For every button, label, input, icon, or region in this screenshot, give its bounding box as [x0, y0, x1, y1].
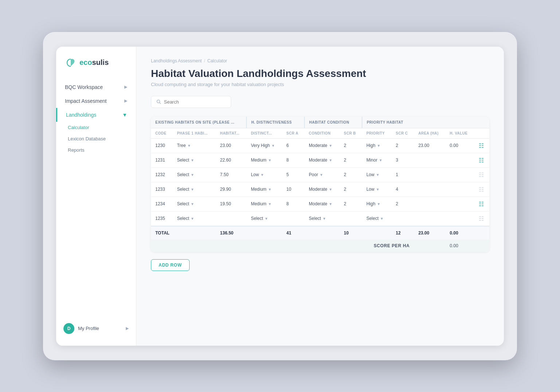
breadcrumb: Landholdings Assessment / Calculator	[151, 58, 489, 63]
total-area: 23.00	[414, 226, 445, 240]
sidebar-item-calculator[interactable]: Calculator	[56, 122, 136, 133]
cell-condition[interactable]: Moderate ▼	[304, 153, 339, 167]
cell-condition[interactable]: Moderate ▼	[304, 197, 339, 211]
score-label: SCORE PER HA	[151, 240, 414, 252]
breadcrumb-separator: /	[204, 58, 205, 63]
total-scr-c: 12	[392, 226, 414, 240]
cell-action[interactable]: ☷	[474, 153, 489, 167]
profile-area[interactable]: D My Profile ▶	[56, 319, 136, 338]
sidebar-item-impact-assessment[interactable]: Impact Assesment ▶	[56, 94, 136, 108]
cell-habitat: 19.50	[216, 197, 247, 211]
cell-priority[interactable]: Low ▼	[362, 182, 392, 197]
group-condition: HABITAT CONDITION	[304, 117, 362, 128]
cell-habitat	[216, 211, 247, 226]
cell-action[interactable]: ☷	[474, 138, 489, 153]
sidebar-item-lexicon-database[interactable]: Lexicon Database	[56, 133, 136, 144]
cell-distinct[interactable]: Medium ▼	[246, 182, 282, 197]
add-row-label: ADD ROW	[159, 263, 182, 268]
cell-condition[interactable]: Moderate ▼	[304, 138, 339, 153]
table-container: EXISTING HABITATS ON SITE (PLEASE ... H.…	[151, 117, 489, 252]
cell-h-value	[446, 197, 474, 211]
total-row: TOTAL 136.50 41 10 12 23.00 0.00	[151, 226, 489, 240]
table-row: 1234 Select ▼ 19.50 Medium ▼ 8 Moderate …	[151, 197, 489, 211]
cell-condition[interactable]: Select ▼	[304, 211, 339, 226]
col-priority: PRIORITY	[362, 128, 392, 138]
chevron-down-icon: ▼	[122, 112, 127, 118]
cell-scr-b: 2	[339, 138, 362, 153]
total-h-value: 0.00	[446, 226, 474, 240]
cell-phase1[interactable]: Select ▼	[172, 153, 215, 167]
cell-scr-a: 6	[282, 138, 304, 153]
cell-priority[interactable]: Low ▼	[362, 167, 392, 182]
logo-text: ecosulis	[79, 58, 109, 67]
cell-condition[interactable]: Moderate ▼	[304, 182, 339, 197]
cell-action[interactable]: ☷	[474, 211, 489, 226]
chevron-right-icon: ▶	[124, 98, 127, 103]
logo-icon	[65, 57, 77, 69]
col-area: AREA (ha)	[414, 128, 445, 138]
cell-habitat: 29.90	[216, 182, 247, 197]
group-priority: PRIORITY HABITAT	[362, 117, 414, 128]
total-scr-b: 10	[339, 226, 362, 240]
cell-action[interactable]: ☷	[474, 182, 489, 197]
sidebar: ecosulis BQC Workspace ▶ Impact Assesmen…	[56, 47, 136, 346]
cell-area: 23.00	[414, 138, 445, 153]
cell-h-value	[446, 211, 474, 226]
sub-header-row: CODE PHASE 1 HABI... HABITAT... DISTINCT…	[151, 128, 489, 138]
cell-distinct[interactable]: Low ▼	[246, 167, 282, 182]
row-action-icon[interactable]: ☷	[479, 157, 484, 163]
cell-scr-a	[282, 211, 304, 226]
cell-distinct[interactable]: Medium ▼	[246, 153, 282, 167]
row-action-icon[interactable]: ☷	[479, 172, 484, 178]
row-action-icon[interactable]: ☷	[479, 216, 484, 222]
cell-h-value	[446, 167, 474, 182]
sidebar-item-reports[interactable]: Reports	[56, 144, 136, 156]
breadcrumb-parent[interactable]: Landholdings Assessment	[151, 58, 202, 63]
cell-distinct[interactable]: Very High ▼	[246, 138, 282, 153]
score-area	[414, 240, 445, 252]
cell-area	[414, 167, 445, 182]
cell-scr-a: 5	[282, 167, 304, 182]
table-row: 1235 Select ▼ Select ▼ Select ▼ Select	[151, 211, 489, 226]
nav-label: BQC Workspace	[65, 84, 103, 90]
cell-phase1[interactable]: Select ▼	[172, 182, 215, 197]
sidebar-item-landholdings[interactable]: Landholdings ▼	[56, 108, 136, 122]
table-row: 1230 Tree ▼ 23.00 Very High ▼ 6 Moderate…	[151, 138, 489, 153]
cell-code: 1233	[151, 182, 172, 197]
cell-priority[interactable]: High ▼	[362, 197, 392, 211]
cell-scr-a: 8	[282, 153, 304, 167]
cell-priority[interactable]: Minor ▼	[362, 153, 392, 167]
cell-action[interactable]: ☷	[474, 167, 489, 182]
cell-phase1[interactable]: Select ▼	[172, 211, 215, 226]
cell-distinct[interactable]: Select ▼	[246, 211, 282, 226]
cell-phase1[interactable]: Tree ▼	[172, 138, 215, 153]
search-bar[interactable]	[151, 96, 231, 108]
cell-phase1[interactable]: Select ▼	[172, 167, 215, 182]
cell-habitat: 23.00	[216, 138, 247, 153]
cell-scr-b: 2	[339, 197, 362, 211]
sidebar-item-bqc-workspace[interactable]: BQC Workspace ▶	[56, 80, 136, 94]
group-distinctiveness: H. DISTINCTIVENESS	[246, 117, 304, 128]
row-action-icon[interactable]: ☷	[479, 186, 484, 193]
cell-scr-b	[339, 211, 362, 226]
search-input[interactable]	[164, 99, 226, 105]
row-action-icon[interactable]: ☷	[479, 143, 484, 149]
col-scr-c: SCR C	[392, 128, 414, 138]
cell-habitat: 22.60	[216, 153, 247, 167]
cell-action[interactable]: ☷	[474, 197, 489, 211]
cell-h-value	[446, 153, 474, 167]
cell-area	[414, 211, 445, 226]
total-distinct	[246, 226, 282, 240]
cell-condition[interactable]: Poor ▼	[304, 167, 339, 182]
page-title: Habitat Valuation Landholdings Assessmen…	[151, 68, 489, 79]
search-icon	[156, 99, 161, 104]
col-h-value: H. VALUE	[446, 128, 474, 138]
cell-distinct[interactable]: Medium ▼	[246, 197, 282, 211]
add-row-button[interactable]: ADD ROW	[151, 259, 190, 271]
cell-habitat: 7.50	[216, 167, 247, 182]
cell-priority[interactable]: High ▼	[362, 138, 392, 153]
row-action-icon[interactable]: ☷	[479, 201, 484, 207]
cell-priority[interactable]: Select ▼	[362, 211, 392, 226]
score-value: 0.00	[446, 240, 474, 252]
cell-phase1[interactable]: Select ▼	[172, 197, 215, 211]
